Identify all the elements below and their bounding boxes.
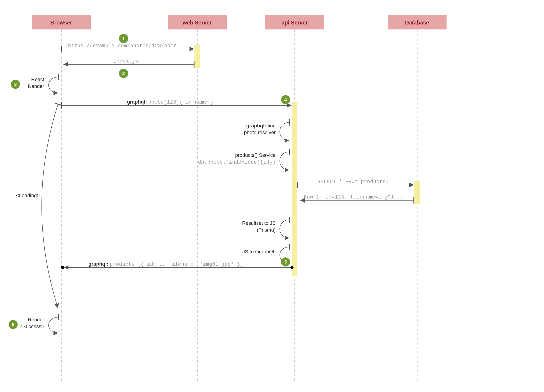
step5-label: graphql: products [{ id: 1, filename: 'i… [89,261,243,267]
api-self2-line1: products() Service [235,152,276,158]
participant-web-label: web Server [183,19,212,26]
badge-2: 2 [122,71,125,76]
svg-point-20 [61,266,64,269]
participant-db-label: Database [405,19,429,26]
badge-6: 6 [12,322,14,327]
activation-api [292,102,297,276]
activation-db [414,181,420,204]
msg-step5: graphql: products [{ id: 1, filename: 'i… [61,257,294,269]
badge-3: 3 [14,82,17,87]
api-self1-line1: graphql: find [246,123,276,129]
api-self3-line1: Resultset to JS [242,220,276,226]
badge-5: 5 [284,259,287,264]
msg-api-self2: products() Service db.photo.findUnique({… [198,152,290,170]
msg-db-query: SELECT * FROM products; [298,179,414,185]
api-self1-line2: photo resolver [244,130,276,135]
db-result-label: Row 1: id=123, filename=img01... [304,194,403,200]
api-self4-label: JS to GraphQL [242,249,276,254]
msg-step2: index.js 2 [64,59,194,78]
msg-db-result: Row 1: id=123, filename=img01... [300,194,414,200]
step4-label: graphql: photo(123){ id name } [127,99,213,105]
step6-line2: <Success> [19,324,44,329]
sequence-diagram: Browser web Server api Server Database h… [0,0,544,392]
badge-1: 1 [122,36,125,41]
msg-step1: https://example.com/photos/123/edit 1 [61,34,194,49]
step3-label-line1: React [31,76,44,82]
badge-4: 4 [284,97,287,102]
participant-web: web Server [168,15,227,383]
msg-step3-self: React Render 3 [11,76,59,93]
msg-api-self1: graphql: find photo resolver [244,122,290,140]
msg-step4: graphql: photo(123){ id name } 4 [61,95,291,105]
msg-loading: <Loading> [16,104,58,308]
activation-web [195,45,200,68]
participant-api-label: api Server [282,19,308,26]
msg-step6-self: Render <Success> 6 [9,317,59,333]
loading-label: <Loading> [16,193,40,198]
msg-step2-label: index.js [113,59,138,64]
db-query-label: SELECT * FROM products; [317,179,389,185]
step6-line1: Render [28,317,44,322]
msg-step1-label: https://example.com/photos/123/edit [68,43,177,49]
step3-label-line2: Render [28,83,44,89]
svg-point-19 [290,266,294,269]
participant-browser-label: Browser [50,19,72,26]
api-self3-line2: (Prisma) [257,227,276,233]
msg-api-self3: Resultset to JS (Prisma) [242,220,290,238]
api-self2-line2: db.photo.findUnique({id}) [198,159,276,165]
